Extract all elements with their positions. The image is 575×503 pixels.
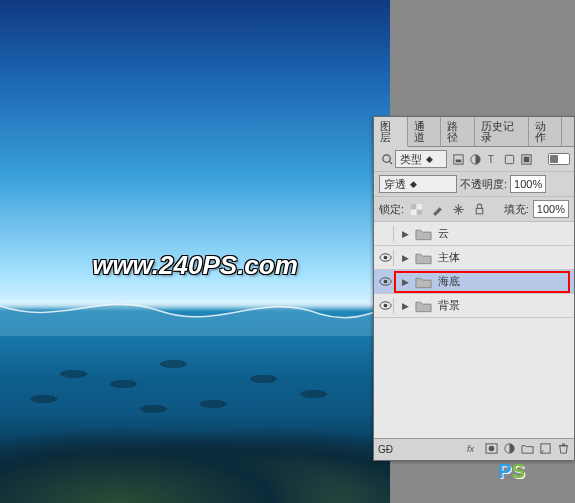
blend-mode-value: 穿透	[384, 177, 406, 192]
visibility-toggle[interactable]	[378, 226, 394, 242]
tab-layers[interactable]: 图层	[374, 117, 408, 147]
lock-position-icon[interactable]	[450, 201, 467, 218]
panel-tabs: 图层 通道 路径 历史记录 动作	[374, 117, 574, 147]
svg-rect-2	[456, 159, 462, 162]
lock-transparent-icon[interactable]	[408, 201, 425, 218]
visibility-toggle[interactable]	[378, 274, 394, 290]
blend-mode-select[interactable]: 穿透 ◆	[379, 175, 457, 193]
lock-label: 锁定:	[379, 202, 404, 217]
fish-shape	[300, 390, 324, 398]
search-icon	[378, 151, 395, 168]
visibility-toggle[interactable]	[378, 250, 394, 266]
fx-icon[interactable]: fx	[467, 442, 480, 457]
svg-rect-11	[411, 209, 416, 214]
chevron-down-icon: ◆	[410, 179, 417, 189]
layer-name: 背景	[436, 298, 460, 313]
svg-rect-9	[417, 209, 422, 214]
layer-row-subject[interactable]: ▶ 主体	[374, 246, 574, 270]
fill-input[interactable]: 100%	[533, 200, 569, 218]
filter-adjustment-icon[interactable]	[467, 151, 484, 168]
svg-point-0	[383, 154, 390, 161]
disclosure-triangle-icon[interactable]: ▶	[400, 277, 410, 287]
tab-channels[interactable]: 通道	[408, 117, 442, 146]
opacity-input[interactable]: 100%	[510, 175, 546, 193]
chevron-down-icon: ◆	[426, 154, 433, 164]
new-layer-icon[interactable]	[539, 442, 552, 457]
lock-pixels-icon[interactable]	[429, 201, 446, 218]
blend-row: 穿透 ◆ 不透明度: 100%	[374, 172, 574, 197]
lock-row: 锁定: 填充: 100%	[374, 197, 574, 222]
fish-shape	[160, 360, 184, 368]
fish-shape	[200, 400, 224, 408]
layer-filter-row: 类型 ◆ T	[374, 147, 574, 172]
trash-icon[interactable]	[557, 442, 570, 457]
folder-icon	[414, 227, 432, 241]
layer-list: ▶ 云 ▶ 主体 ▶ 海底 ▶ 背景	[374, 222, 574, 438]
fish-shape	[250, 375, 274, 383]
filter-kind-label: 类型	[400, 152, 422, 167]
disclosure-triangle-icon[interactable]: ▶	[400, 253, 410, 263]
footer-link-badge[interactable]: GĐ	[378, 444, 393, 455]
tab-history[interactable]: 历史记录	[475, 117, 529, 146]
layer-row-background[interactable]: ▶ 背景	[374, 294, 574, 318]
fill-value: 100%	[534, 203, 568, 215]
layer-list-empty-area[interactable]	[374, 318, 574, 438]
fish-shape	[30, 395, 54, 403]
water-surface	[0, 296, 390, 336]
tab-paths[interactable]: 路径	[441, 117, 475, 146]
fish-shape	[60, 370, 84, 378]
svg-rect-12	[476, 208, 483, 213]
disclosure-triangle-icon[interactable]: ▶	[400, 301, 410, 311]
folder-icon	[414, 299, 432, 313]
panel-menu-icon[interactable]	[562, 117, 574, 146]
svg-point-14	[384, 256, 388, 260]
watermark-main: www.240PS.com	[92, 250, 298, 281]
layer-name: 海底	[436, 274, 460, 289]
site-logo: PS爱好者	[498, 460, 563, 483]
visibility-toggle[interactable]	[378, 298, 394, 314]
opacity-label: 不透明度:	[460, 177, 507, 192]
fish-shape	[110, 380, 134, 388]
filter-toggle[interactable]	[548, 153, 570, 165]
svg-rect-5	[505, 155, 513, 163]
layers-panel: 图层 通道 路径 历史记录 动作 类型 ◆ T 穿透 ◆ 不透明度:	[373, 116, 575, 461]
svg-rect-10	[417, 204, 422, 209]
svg-point-16	[384, 280, 388, 284]
watermark-footer: www.psahz.com	[473, 482, 567, 497]
folder-icon	[414, 251, 432, 265]
disclosure-triangle-icon[interactable]: ▶	[400, 229, 410, 239]
filter-shape-icon[interactable]	[501, 151, 518, 168]
layer-row-underwater[interactable]: ▶ 海底	[374, 270, 574, 294]
svg-text:fx: fx	[467, 444, 475, 454]
svg-rect-7	[524, 156, 530, 162]
lock-all-icon[interactable]	[471, 201, 488, 218]
layer-name: 云	[436, 226, 449, 241]
adjustment-icon[interactable]	[503, 442, 516, 457]
fish-shape	[140, 405, 164, 413]
svg-rect-8	[411, 204, 416, 209]
opacity-value: 100%	[511, 178, 545, 190]
svg-point-18	[384, 304, 388, 308]
document-canvas[interactable]: www.240PS.com	[0, 0, 390, 503]
filter-smart-icon[interactable]	[518, 151, 535, 168]
mask-icon[interactable]	[485, 442, 498, 457]
filter-type-icon[interactable]: T	[484, 151, 501, 168]
filter-pixel-icon[interactable]	[450, 151, 467, 168]
panel-footer: GĐ fx	[374, 438, 574, 460]
fill-label: 填充:	[504, 202, 529, 217]
svg-point-21	[489, 446, 495, 452]
layer-row-clouds[interactable]: ▶ 云	[374, 222, 574, 246]
filter-kind-select[interactable]: 类型 ◆	[395, 150, 447, 168]
seabed	[0, 413, 390, 503]
tab-actions[interactable]: 动作	[529, 117, 563, 146]
folder-icon	[414, 275, 432, 289]
layer-name: 主体	[436, 250, 460, 265]
group-icon[interactable]	[521, 442, 534, 457]
svg-text:T: T	[488, 154, 494, 165]
